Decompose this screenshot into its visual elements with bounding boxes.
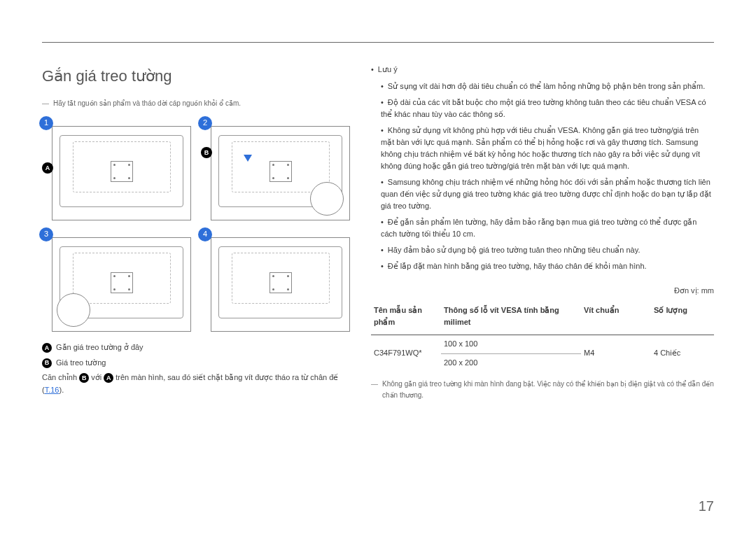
note-dash-icon: ― bbox=[42, 98, 49, 109]
bottom-warning: ― Không gắn giá treo tường khi màn hình … bbox=[371, 379, 714, 401]
note-item: Samsung không chịu trách nhiệm về những … bbox=[381, 176, 714, 212]
th-model: Tên mẫu sản phẩm bbox=[371, 300, 441, 335]
document-page: Gắn giá treo tường ― Hãy tắt nguồn sản p… bbox=[0, 0, 756, 429]
td-model: C34F791WQ* bbox=[371, 335, 441, 372]
th-qty: Số lượng bbox=[651, 300, 714, 335]
two-column-layout: Gắn giá treo tường ― Hãy tắt nguồn sản p… bbox=[42, 64, 714, 401]
step-number-3: 3 bbox=[39, 227, 53, 241]
instr-part-4: ). bbox=[59, 386, 64, 394]
spec-table: Tên mẫu sản phẩm Thông số lỗ vít VESA tí… bbox=[371, 300, 714, 372]
td-screw: M4 bbox=[581, 335, 651, 372]
diagram-step-2: 2 B bbox=[201, 119, 350, 220]
left-column: Gắn giá treo tường ― Hãy tắt nguồn sản p… bbox=[42, 64, 350, 401]
legend-b-text: Giá treo tường bbox=[56, 357, 106, 370]
diagram-legend: A Gắn giá treo tường ở đây B Giá treo tư… bbox=[42, 342, 350, 369]
unit-label: Đơn vị: mm bbox=[371, 285, 714, 297]
legend-row-b: B Giá treo tường bbox=[42, 357, 350, 370]
note-item: Hãy đảm bảo sử dụng bộ giá treo tường tu… bbox=[381, 244, 714, 256]
diagram-step-3: 3 bbox=[42, 230, 191, 332]
diagram-step-1: 1 A bbox=[42, 119, 191, 220]
bottom-warning-text: Không gắn giá treo tường khi màn hình đa… bbox=[382, 379, 714, 401]
th-screw: Vít chuẩn bbox=[581, 300, 651, 335]
page-number: 17 bbox=[699, 495, 714, 517]
badge-a-inline-icon-2: A bbox=[104, 373, 113, 383]
diagram-step-4: 4 bbox=[201, 230, 350, 332]
illustration-1 bbox=[52, 126, 191, 220]
diagram-grid: 1 A 2 B bbox=[42, 119, 350, 332]
th-vesa: Thông số lỗ vít VESA tính bằng milimet bbox=[441, 300, 581, 335]
step-number-2: 2 bbox=[198, 116, 212, 130]
notes-section: Lưu ý Sử sụng vít dài hơn độ dài tiêu ch… bbox=[371, 64, 714, 272]
right-column: Lưu ý Sử sụng vít dài hơn độ dài tiêu ch… bbox=[371, 64, 714, 401]
instr-part-1: Căn chỉnh bbox=[42, 373, 79, 381]
note-item: Sử sụng vít dài hơn độ dài tiêu chuẩn có… bbox=[381, 80, 714, 92]
note-item: Không sử dụng vít không phù hợp với tiêu… bbox=[381, 125, 714, 172]
td-dim-1: 100 x 100 bbox=[441, 335, 581, 354]
badge-b-inline-icon: B bbox=[42, 358, 52, 368]
note-item: Để lắp đặt màn hình bằng giá treo tường,… bbox=[381, 260, 714, 272]
step-number-4: 4 bbox=[198, 227, 212, 241]
alignment-instruction: Căn chỉnh B với A trên màn hình, sau đó … bbox=[42, 372, 350, 396]
td-qty: 4 Chiếc bbox=[651, 335, 714, 372]
note-item: Độ dài của các vít bắt buộc cho một giá … bbox=[381, 97, 714, 120]
badge-b-inline-icon-2: B bbox=[79, 373, 89, 383]
illustration-3 bbox=[52, 237, 191, 332]
td-dim-2: 200 x 200 bbox=[441, 353, 581, 372]
instr-part-2: với bbox=[91, 373, 104, 381]
legend-row-a: A Gắn giá treo tường ở đây bbox=[42, 342, 350, 354]
page-ref-link[interactable]: T.16 bbox=[45, 386, 59, 394]
legend-a-text: Gắn giá treo tường ở đây bbox=[56, 342, 144, 354]
table-header-row: Tên mẫu sản phẩm Thông số lỗ vít VESA tí… bbox=[371, 300, 714, 335]
power-off-note-text: Hãy tắt nguồn sản phẩm và tháo dời cáp n… bbox=[53, 98, 241, 109]
illustration-2 bbox=[211, 126, 350, 220]
table-row: C34F791WQ* 100 x 100 M4 4 Chiếc bbox=[371, 335, 714, 354]
notes-heading: Lưu ý bbox=[371, 64, 714, 76]
power-off-note: ― Hãy tắt nguồn sản phẩm và tháo dời cáp… bbox=[42, 98, 350, 109]
step-number-1: 1 bbox=[39, 116, 53, 130]
badge-a-inline-icon: A bbox=[42, 343, 52, 353]
top-rule bbox=[42, 42, 714, 43]
note-dash-icon: ― bbox=[371, 379, 378, 401]
section-title: Gắn giá treo tường bbox=[42, 64, 350, 88]
illustration-4 bbox=[211, 237, 350, 332]
note-item: Để gắn sản phẩm lên tường, hãy đảm bảo r… bbox=[381, 216, 714, 240]
notes-list: Sử sụng vít dài hơn độ dài tiêu chuẩn có… bbox=[381, 80, 714, 273]
